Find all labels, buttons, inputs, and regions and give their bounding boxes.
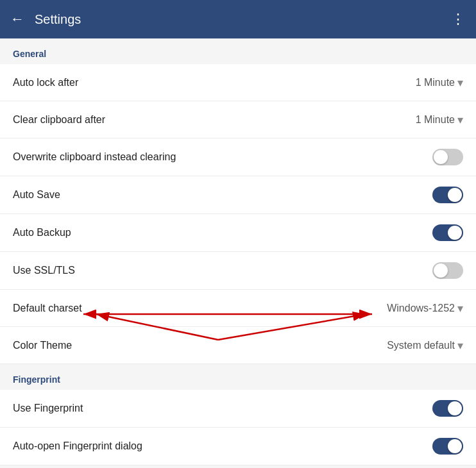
auto-lock-dropdown-arrow: ▾ bbox=[457, 76, 463, 90]
color-theme-value: System default bbox=[387, 340, 455, 351]
color-theme-dropdown-arrow: ▾ bbox=[457, 338, 463, 353]
overwrite-clipboard-toggle-thumb bbox=[434, 150, 448, 164]
setting-row-overwrite-clipboard: Overwrite clipboard instead clearing bbox=[0, 138, 476, 176]
use-ssl-toggle-thumb bbox=[434, 263, 448, 278]
use-ssl-toggle[interactable] bbox=[432, 262, 463, 279]
section-header-general: General bbox=[0, 38, 476, 64]
auto-open-fingerprint-label: Auto-open Fingerprint dialog bbox=[13, 440, 142, 452]
setting-row-auto-backup: Auto Backup bbox=[0, 214, 476, 252]
setting-row-auto-open-fingerprint: Auto-open Fingerprint dialog bbox=[0, 428, 476, 465]
use-fingerprint-label: Use Fingerprint bbox=[13, 403, 83, 414]
setting-row-auto-lock: Auto lock after 1 Minute ▾ bbox=[0, 64, 476, 101]
setting-row-clear-clipboard: Clear clipboard after 1 Minute ▾ bbox=[0, 101, 476, 138]
auto-save-toggle-thumb bbox=[448, 188, 462, 202]
auto-lock-value: 1 Minute bbox=[416, 77, 455, 88]
default-charset-dropdown-arrow: ▾ bbox=[457, 301, 463, 315]
setting-row-use-fingerprint: Use Fingerprint bbox=[0, 390, 476, 428]
clear-clipboard-value: 1 Minute bbox=[416, 114, 455, 126]
overwrite-clipboard-toggle[interactable] bbox=[432, 149, 463, 165]
default-charset-value: Windows-1252 bbox=[387, 303, 455, 314]
auto-lock-label: Auto lock after bbox=[13, 77, 78, 88]
setting-row-default-charset: Default charset Windows-1252 ▾ bbox=[0, 290, 476, 327]
setting-row-use-ssl: Use SSL/TLS bbox=[0, 252, 476, 290]
use-ssl-label: Use SSL/TLS bbox=[13, 265, 75, 276]
auto-backup-label: Auto Backup bbox=[13, 227, 71, 238]
default-charset-dropdown[interactable]: Windows-1252 ▾ bbox=[387, 301, 463, 315]
section-header-fingerprint: Fingerprint bbox=[0, 364, 476, 390]
app-bar-title: Settings bbox=[35, 12, 81, 27]
auto-save-label: Auto Save bbox=[13, 189, 60, 201]
app-bar: ← Settings ⋮ bbox=[0, 0, 476, 38]
auto-save-toggle[interactable] bbox=[432, 187, 463, 203]
more-options-button[interactable]: ⋮ bbox=[451, 11, 466, 28]
clear-clipboard-dropdown[interactable]: 1 Minute ▾ bbox=[416, 113, 463, 127]
use-fingerprint-toggle-thumb bbox=[448, 401, 462, 415]
use-fingerprint-toggle[interactable] bbox=[432, 400, 463, 417]
auto-backup-toggle-thumb bbox=[448, 226, 462, 240]
setting-row-color-theme: Color Theme System default ▾ bbox=[0, 327, 476, 364]
clear-clipboard-label: Clear clipboard after bbox=[13, 114, 105, 126]
color-theme-label: Color Theme bbox=[13, 340, 72, 351]
setting-row-auto-save: Auto Save bbox=[0, 176, 476, 214]
settings-content: General Auto lock after 1 Minute ▾ Clear… bbox=[0, 38, 476, 468]
auto-open-fingerprint-toggle[interactable] bbox=[432, 438, 463, 455]
back-button[interactable]: ← bbox=[10, 11, 24, 28]
auto-lock-dropdown[interactable]: 1 Minute ▾ bbox=[416, 76, 463, 90]
color-theme-dropdown[interactable]: System default ▾ bbox=[387, 338, 463, 353]
auto-open-fingerprint-toggle-thumb bbox=[448, 439, 462, 453]
default-charset-label: Default charset bbox=[13, 303, 82, 314]
clear-clipboard-dropdown-arrow: ▾ bbox=[457, 113, 463, 127]
auto-backup-toggle[interactable] bbox=[432, 224, 463, 241]
overwrite-clipboard-label: Overwrite clipboard instead clearing bbox=[13, 151, 176, 163]
app-bar-left: ← Settings bbox=[10, 11, 81, 28]
